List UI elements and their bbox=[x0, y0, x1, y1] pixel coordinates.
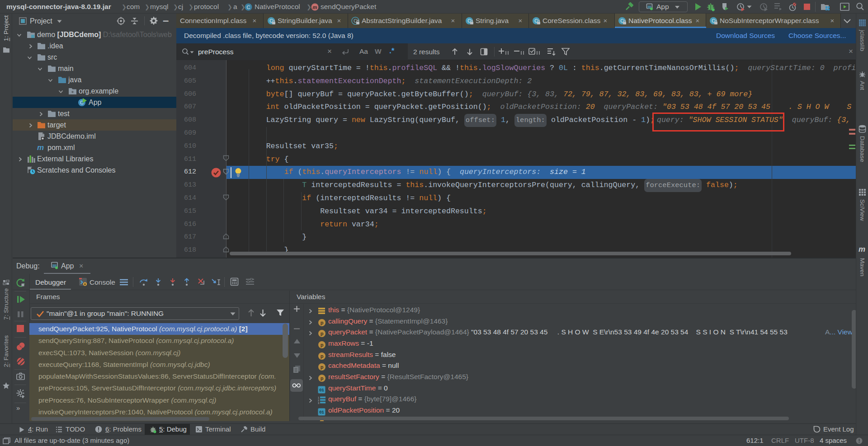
svg-text:01: 01 bbox=[319, 409, 324, 414]
svg-text:m: m bbox=[313, 5, 317, 10]
svg-text:C: C bbox=[247, 5, 250, 10]
svg-text:p: p bbox=[321, 342, 324, 347]
svg-text:p: p bbox=[321, 376, 324, 381]
svg-text:p: p bbox=[321, 331, 324, 336]
svg-text:p: p bbox=[321, 353, 324, 359]
svg-text:p: p bbox=[321, 364, 324, 370]
svg-text:3: 3 bbox=[318, 402, 319, 404]
svg-text:p: p bbox=[321, 320, 324, 325]
svg-text:01: 01 bbox=[319, 387, 324, 392]
